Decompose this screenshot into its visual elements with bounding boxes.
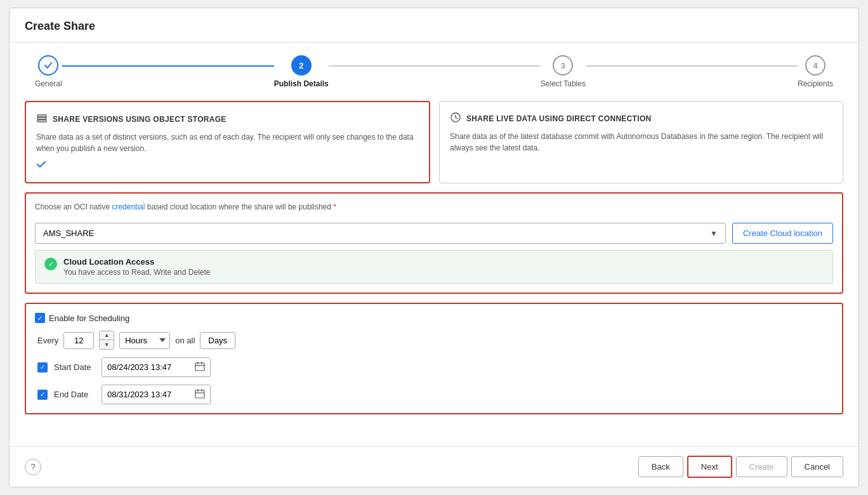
- credential-link[interactable]: credential: [112, 202, 145, 211]
- access-check-icon: ✓: [44, 258, 57, 270]
- step-number-publish: 2: [299, 61, 303, 70]
- spinner-down-button[interactable]: ▼: [100, 340, 114, 349]
- step-line-3: [586, 65, 798, 67]
- card-desc-direct-connection: Share data as of the latest database com…: [450, 131, 832, 154]
- days-button[interactable]: Days: [200, 332, 235, 349]
- enable-scheduling-checkbox[interactable]: ✓: [35, 313, 45, 323]
- unit-select[interactable]: Minutes Hours Days: [119, 332, 170, 349]
- location-row: AMS_SHARE ▼ Create Cloud location: [35, 223, 833, 244]
- location-section: Choose an OCI native credential based cl…: [25, 192, 843, 294]
- end-date-calendar-icon[interactable]: [195, 388, 205, 400]
- location-label-suffix: based cloud location where the share wil…: [145, 202, 333, 211]
- next-button[interactable]: Next: [687, 456, 732, 478]
- schedule-interval-row: Every ▲ ▼ Minutes Hours Days on all Days: [35, 331, 833, 350]
- card-row: SHARE VERSIONS USING OBJECT STORAGE Shar…: [25, 101, 843, 183]
- step-tables: 3 Select Tables: [541, 55, 586, 88]
- footer-right: Back Next Create Cancel: [638, 456, 843, 478]
- layers-icon: [36, 112, 48, 126]
- card-title-direct-connection: SHARE LIVE DATA USING DIRECT CONNECTION: [466, 114, 652, 123]
- back-button[interactable]: Back: [638, 456, 683, 477]
- end-date-row: ✓ End Date: [35, 385, 833, 404]
- spinner-up-button[interactable]: ▲: [100, 331, 114, 340]
- enable-scheduling-label: Enable for Scheduling: [49, 314, 129, 323]
- card-object-storage[interactable]: SHARE VERSIONS USING OBJECT STORAGE Shar…: [25, 101, 430, 183]
- step-circle-tables: 3: [553, 55, 573, 76]
- create-button[interactable]: Create: [736, 456, 787, 477]
- step-line-2: [329, 65, 541, 67]
- step-general: General: [35, 55, 62, 88]
- step-publish: 2 Publish Details: [274, 55, 329, 88]
- card-direct-connection[interactable]: SHARE LIVE DATA USING DIRECT CONNECTION …: [439, 101, 843, 183]
- access-info: Cloud Location Access You have access to…: [63, 257, 210, 277]
- start-date-row: ✓ Start Date: [35, 357, 833, 377]
- svg-rect-1: [37, 117, 46, 119]
- location-label: Choose an OCI native credential based cl…: [35, 202, 833, 211]
- start-date-checkbox[interactable]: ✓: [37, 362, 48, 373]
- cloud-access-box: ✓ Cloud Location Access You have access …: [35, 250, 833, 284]
- step-number-recipients: 4: [813, 61, 817, 70]
- svg-line-5: [456, 117, 457, 119]
- card-check-object-storage: [36, 159, 419, 172]
- svg-rect-10: [195, 390, 204, 398]
- end-date-label: End Date: [54, 390, 95, 399]
- step-circle-general: [38, 55, 58, 76]
- every-label: Every: [37, 336, 58, 345]
- step-label-general: General: [35, 79, 62, 88]
- enable-scheduling-checkbox-wrapper[interactable]: ✓ Enable for Scheduling: [35, 313, 129, 323]
- card-header-object-storage: SHARE VERSIONS USING OBJECT STORAGE: [36, 112, 419, 126]
- access-title: Cloud Location Access: [63, 257, 210, 267]
- card-desc-object-storage: Share data as a set of distinct versions…: [36, 131, 419, 154]
- access-description: You have access to Read, Write and Delet…: [63, 268, 210, 277]
- scheduling-header: ✓ Enable for Scheduling: [35, 313, 833, 323]
- step-circle-recipients: 4: [805, 55, 825, 76]
- stepper: General 2 Publish Details 3 Select Table…: [10, 43, 858, 101]
- step-label-tables: Select Tables: [541, 79, 586, 88]
- step-line-1: [62, 65, 274, 67]
- start-date-input-wrap: [102, 357, 211, 377]
- svg-rect-0: [37, 115, 46, 117]
- card-title-object-storage: SHARE VERSIONS USING OBJECT STORAGE: [53, 115, 227, 124]
- clock-icon: [450, 112, 461, 126]
- step-circle-publish: 2: [291, 55, 312, 76]
- check-icon: [44, 61, 53, 70]
- step-label-recipients: Recipients: [798, 79, 833, 88]
- modal-footer: ? Back Next Create Cancel: [10, 446, 858, 487]
- start-date-calendar-icon[interactable]: [195, 361, 205, 373]
- location-dropdown-wrap: AMS_SHARE ▼: [35, 223, 726, 244]
- svg-rect-2: [37, 120, 46, 122]
- required-indicator: *: [333, 202, 336, 211]
- modal-body: SHARE VERSIONS USING OBJECT STORAGE Shar…: [10, 101, 858, 446]
- cancel-button[interactable]: Cancel: [791, 456, 843, 477]
- interval-input[interactable]: [63, 332, 94, 349]
- create-share-modal: Create Share General 2 Publish Details 3: [9, 8, 859, 487]
- start-date-input[interactable]: [107, 362, 190, 372]
- step-recipients: 4 Recipients: [798, 55, 833, 88]
- card-header-direct-connection: SHARE LIVE DATA USING DIRECT CONNECTION: [450, 112, 832, 126]
- scheduling-section: ✓ Enable for Scheduling Every ▲ ▼ Minute…: [25, 303, 843, 414]
- on-all-label: on all: [175, 336, 195, 345]
- chevron-down-icon: ▼: [710, 229, 718, 238]
- location-label-prefix: Choose an OCI native: [35, 202, 112, 211]
- start-date-label: Start Date: [54, 362, 95, 372]
- end-date-input-wrap: [102, 385, 211, 404]
- help-button[interactable]: ?: [25, 459, 41, 475]
- footer-left: ?: [25, 459, 41, 475]
- svg-rect-6: [195, 363, 204, 371]
- modal-title: Create Share: [10, 8, 858, 43]
- question-mark-icon: ?: [30, 462, 35, 472]
- end-date-input[interactable]: [107, 390, 190, 399]
- create-cloud-location-button[interactable]: Create Cloud location: [732, 223, 833, 244]
- end-date-checkbox[interactable]: ✓: [37, 390, 48, 400]
- step-label-publish: Publish Details: [274, 79, 329, 88]
- location-dropdown[interactable]: AMS_SHARE ▼: [35, 223, 726, 244]
- location-selected-value: AMS_SHARE: [43, 228, 94, 238]
- step-number-tables: 3: [561, 61, 565, 70]
- interval-spinners: ▲ ▼: [99, 331, 114, 350]
